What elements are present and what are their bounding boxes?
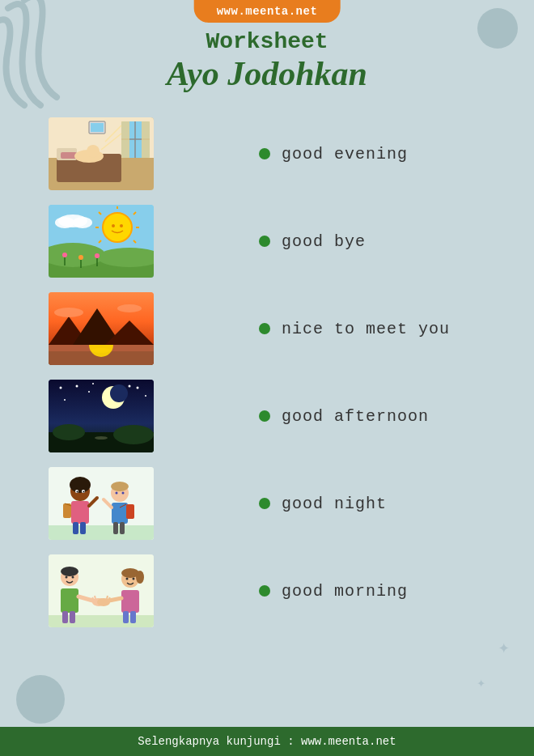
svg-point-61 [129, 385, 131, 388]
svg-point-63 [95, 436, 108, 440]
deco-wave-left [0, 0, 73, 130]
label-area-5: good night [259, 495, 502, 513]
svg-point-105 [133, 578, 135, 580]
svg-point-94 [61, 567, 78, 576]
svg-rect-13 [91, 123, 104, 132]
footer-banner: Selengkapnya kunjungi : www.meenta.net [0, 727, 534, 756]
svg-rect-4 [61, 152, 77, 159]
image-handshake [49, 554, 154, 627]
label-area-1: good evening [259, 145, 502, 164]
svg-rect-92 [70, 611, 75, 623]
svg-rect-67 [73, 522, 78, 534]
svg-point-33 [62, 253, 67, 257]
image-sunny-day [49, 205, 154, 278]
dot-5 [259, 498, 270, 509]
svg-rect-11 [142, 121, 150, 158]
svg-point-82 [111, 482, 129, 491]
svg-rect-99 [123, 611, 129, 623]
svg-rect-100 [130, 611, 136, 623]
svg-point-46 [54, 308, 83, 317]
svg-point-57 [88, 391, 90, 393]
sparkle-icon-1: ✦ [498, 635, 510, 659]
svg-rect-65 [49, 525, 154, 540]
svg-point-34 [78, 255, 83, 260]
svg-rect-10 [121, 121, 129, 158]
svg-point-32 [73, 217, 92, 228]
svg-point-51 [53, 424, 85, 440]
svg-point-47 [117, 304, 142, 312]
page-title: Ayo Jodohkan [0, 54, 534, 93]
svg-point-52 [113, 425, 154, 444]
svg-point-103 [136, 571, 144, 584]
label-area-3: nice to meet you [259, 320, 502, 338]
svg-point-56 [76, 385, 78, 388]
svg-rect-98 [121, 590, 139, 613]
label-area-4: good afternoon [259, 407, 502, 426]
match-content: good evening [0, 109, 534, 658]
svg-rect-86 [126, 504, 134, 519]
match-row-1: good evening [49, 117, 502, 190]
dot-3 [259, 323, 270, 334]
footer-text: Selengkapnya kunjungi : www.meenta.net [138, 735, 396, 748]
svg-point-6 [87, 145, 100, 158]
svg-point-20 [103, 213, 132, 242]
match-row-3: nice to meet you [49, 292, 502, 365]
svg-point-35 [95, 253, 100, 258]
svg-rect-80 [120, 522, 125, 534]
deco-circle-top-right [477, 8, 518, 49]
image-bedroom [49, 117, 154, 190]
label-text-1: good evening [282, 145, 408, 164]
svg-rect-79 [113, 522, 118, 534]
svg-point-60 [145, 395, 146, 397]
svg-line-112 [107, 596, 108, 599]
svg-point-70 [70, 477, 91, 493]
svg-point-104 [126, 578, 129, 580]
label-text-3: nice to meet you [282, 320, 450, 338]
svg-point-73 [77, 491, 78, 493]
site-url-banner: www.meenta.net [194, 0, 341, 23]
label-area-6: good morning [259, 582, 502, 601]
svg-rect-91 [62, 611, 68, 623]
svg-point-31 [55, 217, 74, 228]
image-kids-greeting [49, 467, 154, 540]
svg-point-29 [120, 224, 123, 227]
dot-1 [259, 148, 270, 159]
label-area-2: good bye [259, 232, 502, 251]
svg-point-83 [116, 492, 118, 495]
svg-line-110 [95, 596, 95, 599]
dot-2 [259, 236, 270, 247]
label-text-4: good afternoon [282, 407, 429, 426]
svg-rect-66 [71, 501, 89, 524]
match-row-5: good night [49, 467, 502, 540]
match-row-4: good afternoon [49, 380, 502, 452]
label-text-2: good bye [282, 232, 366, 251]
worksheet-label: Worksheet [0, 29, 534, 54]
svg-point-28 [112, 224, 115, 227]
image-night [49, 380, 154, 452]
svg-point-55 [60, 387, 62, 389]
label-text-5: good night [282, 495, 387, 513]
sparkle-icon-2: ✦ [477, 673, 485, 691]
image-sunset [49, 292, 154, 365]
svg-point-95 [66, 576, 68, 579]
svg-point-62 [92, 383, 94, 384]
svg-point-54 [110, 384, 128, 402]
dot-4 [259, 410, 270, 422]
match-row-2: good bye [49, 205, 502, 278]
match-row-6: good morning [49, 554, 502, 627]
deco-circle-bottom-left [16, 675, 65, 724]
label-text-6: good morning [282, 582, 408, 601]
dot-6 [259, 585, 270, 597]
svg-point-58 [64, 399, 66, 401]
svg-point-84 [122, 492, 125, 495]
svg-rect-68 [80, 522, 86, 534]
svg-point-48 [91, 348, 111, 353]
svg-point-96 [72, 576, 74, 579]
svg-point-59 [137, 387, 139, 389]
svg-point-74 [83, 491, 85, 493]
svg-rect-78 [112, 503, 128, 524]
svg-rect-90 [61, 588, 78, 613]
